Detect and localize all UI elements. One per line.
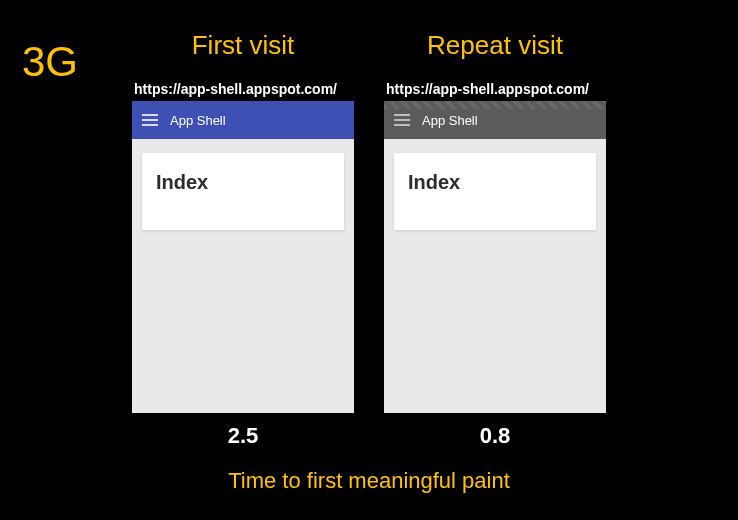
content-card: Index [394,153,596,230]
time-value: 2.5 [228,423,259,449]
app-bar: App Shell [132,101,354,139]
hamburger-icon [394,114,410,126]
page-url: https://app-shell.appspot.com/ [132,81,337,97]
card-title: Index [408,171,582,194]
time-value: 0.8 [480,423,511,449]
phone-screenshot: App Shell Index [132,101,354,413]
app-bar: App Shell [384,101,606,139]
page-url: https://app-shell.appspot.com/ [384,81,589,97]
network-badge: 3G [22,38,78,86]
column-heading: First visit [192,30,295,61]
hamburger-icon [142,114,158,126]
app-title: App Shell [170,113,226,128]
repeat-visit-column: Repeat visit https://app-shell.appspot.c… [384,30,606,449]
comparison-columns: First visit https://app-shell.appspot.co… [0,0,738,449]
column-heading: Repeat visit [427,30,563,61]
first-visit-column: First visit https://app-shell.appspot.co… [132,30,354,449]
app-title: App Shell [422,113,478,128]
footer-caption: Time to first meaningful paint [0,468,738,494]
phone-screenshot: App Shell Index [384,101,606,413]
content-card: Index [142,153,344,230]
card-title: Index [156,171,330,194]
